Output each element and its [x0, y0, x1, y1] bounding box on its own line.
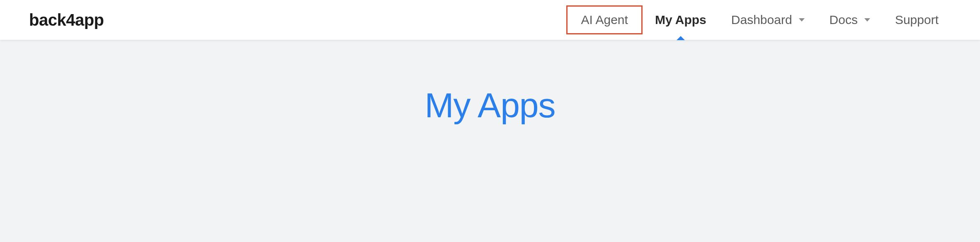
nav-support-label: Support — [895, 13, 939, 27]
nav-dashboard-label: Dashboard — [731, 13, 792, 27]
caret-down-icon — [799, 18, 805, 22]
nav-ai-agent[interactable]: AI Agent — [566, 5, 642, 34]
page-title: My Apps — [0, 85, 980, 126]
top-nav: AI Agent My Apps Dashboard Docs Support — [566, 0, 951, 40]
main-content: My Apps — [0, 40, 980, 126]
logo[interactable]: back4app — [29, 11, 104, 29]
caret-down-icon — [864, 18, 870, 22]
nav-ai-agent-label: AI Agent — [581, 13, 628, 27]
nav-my-apps-label: My Apps — [655, 13, 706, 27]
header: back4app AI Agent My Apps Dashboard Docs… — [0, 0, 980, 40]
nav-dashboard[interactable]: Dashboard — [719, 0, 817, 40]
nav-docs-label: Docs — [830, 13, 858, 27]
nav-my-apps[interactable]: My Apps — [643, 0, 719, 40]
nav-support[interactable]: Support — [883, 0, 951, 40]
nav-docs[interactable]: Docs — [817, 0, 883, 40]
